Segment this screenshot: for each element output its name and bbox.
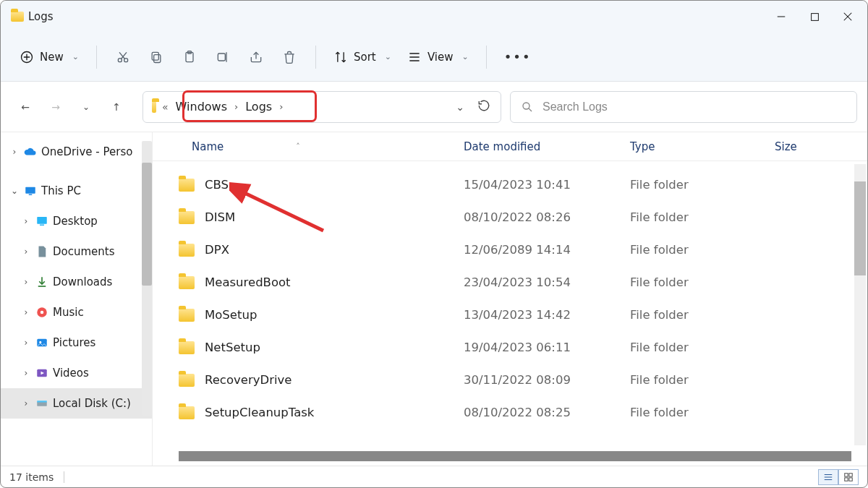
refresh-button[interactable]	[477, 99, 490, 114]
minimize-button[interactable]	[765, 3, 798, 30]
thumbnails-view-button[interactable]	[838, 469, 859, 485]
file-date: 15/04/2023 10:41	[456, 178, 623, 192]
close-button[interactable]	[831, 3, 864, 30]
separator	[486, 46, 487, 69]
svg-rect-12	[152, 52, 158, 60]
view-button[interactable]: View ⌄	[401, 43, 475, 72]
file-name: MoSetup	[205, 308, 257, 322]
svg-rect-11	[154, 54, 161, 62]
expander-icon[interactable]: ›	[21, 216, 31, 226]
expander-icon[interactable]: ›	[21, 338, 31, 348]
sidebar-item-disk[interactable]: ›Local Disk (C:)	[1, 388, 152, 419]
history-dropdown[interactable]: ⌄	[456, 101, 464, 113]
table-row[interactable]: MeasuredBoot23/04/2023 10:54File folder	[153, 266, 853, 299]
table-row[interactable]: NetSetup19/04/2023 06:11File folder	[153, 331, 853, 364]
file-date: 30/11/2022 08:09	[456, 373, 623, 387]
expander-icon[interactable]: ⌄	[9, 186, 20, 196]
expander-icon[interactable]: ›	[9, 147, 20, 157]
file-type: File folder	[623, 406, 767, 419]
file-date: 08/10/2022 08:25	[456, 406, 623, 419]
downloads-icon	[35, 275, 48, 288]
column-size[interactable]: Size	[767, 140, 853, 153]
sort-label: Sort	[354, 51, 376, 64]
new-label: New	[40, 51, 64, 64]
sidebar-item-videos[interactable]: ›Videos	[1, 358, 152, 388]
sort-button[interactable]: Sort ⌄	[328, 43, 397, 72]
up-button[interactable]: ↑	[106, 97, 127, 117]
sidebar-item-label: Desktop	[53, 215, 98, 228]
file-name: CBS	[205, 178, 229, 192]
file-type: File folder	[623, 178, 767, 192]
rename-button[interactable]	[208, 43, 237, 72]
paste-button[interactable]	[175, 43, 204, 72]
svg-rect-1	[811, 13, 818, 20]
delete-button[interactable]	[275, 43, 304, 72]
separator	[96, 46, 97, 69]
expander-icon[interactable]: ›	[21, 398, 31, 408]
new-button[interactable]: New ⌄	[14, 43, 85, 72]
expander-icon[interactable]: ›	[21, 368, 31, 378]
table-row[interactable]: MoSetup13/04/2023 14:42File folder	[153, 299, 853, 331]
copy-button[interactable]	[142, 43, 171, 72]
svg-rect-40	[845, 477, 848, 480]
sidebar-item-pc[interactable]: ⌄This PC	[1, 176, 152, 206]
sidebar-item-desktop[interactable]: ›Desktop	[1, 206, 152, 236]
column-type[interactable]: Type	[623, 140, 767, 153]
expander-icon[interactable]: ›	[21, 247, 31, 257]
details-view-button[interactable]	[818, 469, 838, 485]
search-input[interactable]	[534, 100, 846, 114]
table-row[interactable]: CBS15/04/2023 10:41File folder	[153, 168, 853, 201]
svg-rect-15	[218, 53, 225, 61]
file-type: File folder	[623, 243, 767, 257]
forward-button[interactable]: →	[46, 97, 66, 117]
sidebar-item-music[interactable]: ›Music	[1, 297, 152, 328]
table-row[interactable]: SetupCleanupTask08/10/2022 08:25File fol…	[153, 396, 853, 429]
crumb-logs[interactable]: Logs	[241, 97, 276, 116]
svg-rect-26	[40, 225, 44, 226]
sidebar-scrollbar[interactable]	[142, 141, 152, 416]
cut-button[interactable]	[109, 43, 137, 72]
table-row[interactable]: RecoveryDrive30/11/2022 08:09File folder	[153, 364, 853, 396]
videos-icon	[35, 367, 48, 380]
crumb-windows[interactable]: Windows	[171, 97, 231, 116]
sidebar-item-documents[interactable]: ›Documents	[1, 236, 152, 267]
content-area: ›OneDrive - Perso⌄This PC›Desktop›Docume…	[1, 132, 867, 466]
table-row[interactable]: DISM08/10/2022 08:26File folder	[153, 201, 853, 234]
title-bar: Logs	[1, 1, 867, 33]
file-name: MeasuredBoot	[205, 275, 291, 289]
expander-icon[interactable]: ›	[21, 277, 31, 287]
folder-icon	[149, 100, 162, 114]
sidebar-item-downloads[interactable]: ›Downloads	[1, 267, 152, 297]
column-date[interactable]: Date modified	[456, 140, 623, 153]
more-button[interactable]: •••	[498, 43, 537, 72]
address-bar[interactable]: « Windows › Logs › ⌄	[142, 91, 501, 123]
chevron-right-icon[interactable]: ›	[233, 101, 239, 112]
sidebar-item-pictures[interactable]: ›Pictures	[1, 328, 152, 358]
disk-icon	[35, 397, 48, 410]
maximize-button[interactable]	[798, 3, 831, 30]
svg-line-22	[529, 108, 532, 111]
folder-icon	[179, 374, 195, 387]
sidebar-item-label: This PC	[41, 184, 81, 197]
documents-icon	[35, 245, 48, 258]
item-count: 17 items	[9, 471, 64, 483]
search-bar[interactable]	[510, 91, 857, 123]
file-date: 12/06/2089 14:14	[456, 243, 623, 257]
back-button[interactable]: ←	[15, 97, 35, 117]
column-name[interactable]: Name ˄	[153, 140, 456, 153]
share-button[interactable]	[242, 43, 271, 72]
sidebar-item-cloud[interactable]: ›OneDrive - Perso	[1, 137, 152, 167]
file-type: File folder	[623, 275, 767, 289]
recent-button[interactable]: ⌄	[76, 97, 96, 117]
sort-indicator-icon: ˄	[296, 142, 300, 151]
expander-icon[interactable]: ›	[21, 307, 31, 317]
sidebar: ›OneDrive - Perso⌄This PC›Desktop›Docume…	[1, 132, 153, 466]
main-scrollbar-vertical[interactable]	[854, 164, 866, 445]
file-type: File folder	[623, 308, 767, 322]
overflow-indicator: «	[162, 101, 171, 113]
main-scrollbar-horizontal[interactable]	[179, 451, 851, 461]
chevron-right-icon[interactable]: ›	[278, 101, 284, 112]
svg-rect-38	[845, 473, 848, 476]
separator	[315, 46, 316, 69]
table-row[interactable]: DPX12/06/2089 14:14File folder	[153, 234, 853, 266]
